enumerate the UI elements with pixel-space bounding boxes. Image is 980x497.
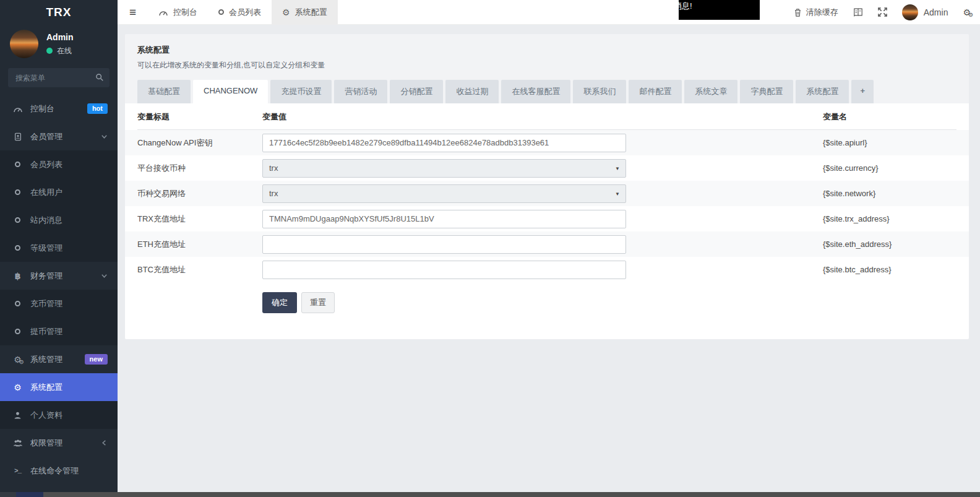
bottom-strip-segment	[0, 492, 16, 497]
online-status-dot	[46, 48, 53, 54]
config-value-select[interactable]: trx▼	[262, 184, 626, 203]
config-tab[interactable]: 充提币设置	[270, 80, 332, 103]
user-status-label: 在线	[57, 46, 72, 56]
circle-icon	[12, 329, 23, 334]
sidebar-item[interactable]: 在线用户	[0, 178, 118, 206]
terminal-icon: >_	[12, 467, 23, 475]
config-value-input[interactable]	[262, 134, 626, 152]
table-row: 平台接收币种trx▼{$site.currency}	[125, 155, 969, 181]
search-input[interactable]	[8, 68, 110, 87]
config-tab[interactable]: 系统配置	[796, 80, 849, 103]
sidebar-item-label: 系统管理	[30, 354, 62, 365]
circle-icon	[12, 217, 23, 223]
sidebar-item-label: 站内消息	[30, 215, 62, 226]
circle-icon	[12, 189, 23, 195]
config-row-title: ETH充值地址	[137, 239, 262, 250]
sidebar-item[interactable]: 充币管理	[0, 290, 118, 318]
table-header-row: 变量标题 变量值 变量名	[137, 103, 956, 130]
circle-icon	[12, 162, 23, 167]
sidebar-item[interactable]: ⚙系统配置	[0, 373, 118, 401]
page-subtitle: 可以在此增改系统的变量和分组,也可以自定义分组和变量	[137, 60, 956, 71]
table-row: BTC充值地址{$site.btc_address}	[125, 257, 969, 282]
add-tab-button[interactable]: +	[851, 80, 874, 103]
config-row-title: ChangeNow API密钥	[137, 137, 262, 149]
config-row-varname: {$site.eth_address}	[823, 240, 956, 249]
person-icon	[12, 411, 23, 420]
main-content: 系统配置 可以在此增改系统的变量和分组,也可以自定义分组和变量 基础配置CHAN…	[118, 25, 980, 497]
notification-toast[interactable]: 消息!	[679, 0, 760, 20]
avatar[interactable]	[10, 30, 38, 58]
topbar-user-menu[interactable]: Admin	[902, 4, 948, 20]
sidebar-item-label: 提币管理	[30, 326, 62, 337]
new-badge: new	[85, 354, 108, 365]
config-value-input[interactable]	[262, 261, 626, 279]
sidebar-item[interactable]: 个人资料	[0, 401, 118, 429]
table-row: 币种交易网络trx▼{$site.network}	[125, 181, 969, 206]
sidebar-item-label: 会员管理	[30, 131, 62, 142]
sidebar-item[interactable]: 站内消息	[0, 206, 118, 234]
sidebar-item-label: 控制台	[30, 103, 54, 115]
language-icon[interactable]	[853, 7, 863, 17]
config-row-title: 币种交易网络	[137, 188, 262, 199]
config-row-title: 平台接收币种	[137, 163, 262, 174]
bottom-strip-segment	[16, 492, 43, 497]
brand-logo: TRX	[0, 0, 118, 25]
sidebar-item-label: 会员列表	[30, 159, 62, 170]
users-icon	[12, 439, 23, 447]
config-tab[interactable]: 字典配置	[740, 80, 793, 103]
sidebar-user-panel: Admin 在线	[0, 25, 118, 63]
config-row-varname: {$site.trx_address}	[823, 214, 956, 223]
config-tab[interactable]: 系统文章	[684, 80, 737, 103]
reset-button[interactable]: 重置	[301, 292, 335, 313]
sidebar-item-label: 在线命令管理	[30, 465, 79, 477]
config-tab[interactable]: 基础配置	[137, 80, 191, 103]
table-row: ChangeNow API密钥{$site.apiurl}	[125, 130, 969, 155]
sidebar-item[interactable]: 会员管理	[0, 123, 118, 150]
caret-down-icon: ▼	[615, 191, 620, 196]
config-tab[interactable]: 收益过期	[445, 80, 499, 103]
config-row-varname: {$site.currency}	[823, 163, 956, 173]
sidebar-item[interactable]: 会员列表	[0, 150, 118, 178]
system-config-card: 系统配置 可以在此增改系统的变量和分组,也可以自定义分组和变量 基础配置CHAN…	[125, 34, 969, 339]
topbar-tab[interactable]: 控制台	[148, 0, 208, 25]
config-tab[interactable]: CHANGENOW	[193, 80, 268, 103]
topbar-tab-label: 控制台	[173, 7, 197, 18]
config-tab[interactable]: 邮件配置	[629, 80, 682, 103]
sidebar-item[interactable]: >_在线命令管理	[0, 457, 118, 485]
config-value-input[interactable]	[262, 210, 626, 228]
settings-gears-icon[interactable]: ⚙⚙	[963, 7, 971, 17]
config-tab[interactable]: 营销活动	[334, 80, 387, 103]
dashboard-icon	[12, 105, 23, 113]
column-header: 变量名	[823, 111, 956, 123]
fullscreen-icon[interactable]	[878, 7, 887, 17]
sidebar-item-label: 在线用户	[30, 187, 62, 198]
config-value-input[interactable]	[262, 235, 626, 254]
sidebar-item-label: 个人资料	[30, 410, 62, 421]
topbar-tab[interactable]: 会员列表	[208, 0, 272, 25]
sidebar-item[interactable]: 等级管理	[0, 234, 118, 262]
submit-button[interactable]: 确定	[262, 292, 297, 313]
bottom-scrollbar[interactable]	[0, 492, 980, 497]
user-name: Admin	[46, 32, 74, 42]
circle-icon	[218, 9, 224, 15]
topbar-tab[interactable]: ⚙系统配置	[272, 0, 338, 25]
hamburger-menu-icon[interactable]: ≡	[118, 6, 148, 19]
trash-icon	[794, 8, 802, 17]
idcard-icon	[12, 132, 23, 141]
config-value-select[interactable]: trx▼	[262, 159, 626, 178]
column-header: 变量值	[262, 111, 823, 123]
sidebar: TRX Admin 在线 控制台hot会员管理会员列表在线用户站内消息等级管理฿…	[0, 0, 118, 497]
sidebar-item[interactable]: 权限管理	[0, 429, 118, 457]
config-row-varname: {$site.btc_address}	[823, 265, 956, 274]
config-tab[interactable]: 联系我们	[573, 80, 626, 103]
sidebar-item[interactable]: ⚙⚙系统管理new	[0, 345, 118, 373]
chevron-left-icon	[101, 439, 108, 446]
config-tab[interactable]: 在线客服配置	[501, 80, 570, 103]
clear-cache-button[interactable]: 清除缓存	[794, 7, 838, 18]
chevron-down-icon	[101, 272, 108, 279]
sidebar-item[interactable]: ฿财务管理	[0, 262, 118, 290]
config-tab[interactable]: 分销配置	[390, 80, 443, 103]
sidebar-item[interactable]: 控制台hot	[0, 95, 118, 123]
sidebar-item[interactable]: 提币管理	[0, 318, 118, 345]
avatar	[902, 4, 918, 20]
